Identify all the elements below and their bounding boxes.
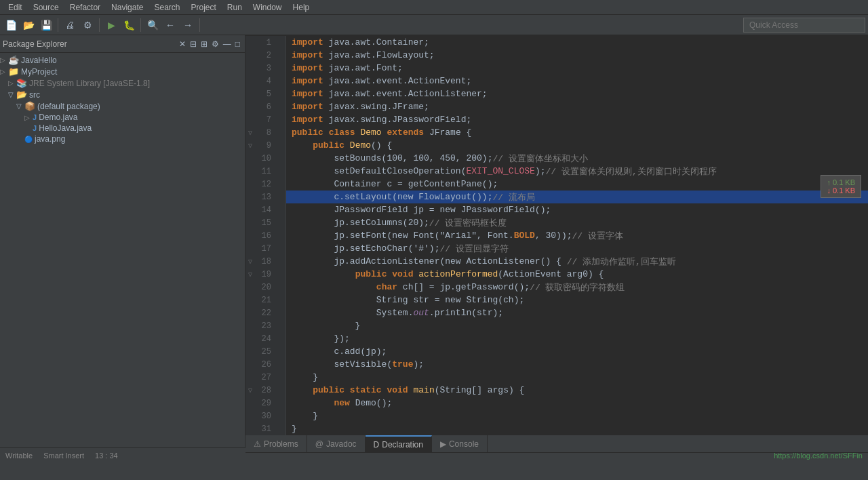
tree-icon-jre: 📚 [16,78,27,88]
editor-and-bottom: 1234567▽8▽91011121314151617▽18▽192021222… [245,36,868,453]
line-num-10: 10 [255,154,275,163]
code-line-12: Container c = getContentPane(); [286,178,868,191]
toolbar-back-btn[interactable]: ← [162,17,178,33]
tree-icon-javahello: ☕ [8,55,19,65]
fold-9[interactable]: ▽ [245,142,255,150]
code-line-18: jp.addActionListener(new ActionListener(… [286,255,868,268]
toolbar-debug-btn[interactable]: 🐛 [121,17,137,33]
pe-settings-btn[interactable]: ⚙ [210,39,221,49]
bottom-tab-javadoc-label: Javadoc [326,439,357,449]
line-num-16: 16 [255,231,275,241]
fold-8[interactable]: ▽ [245,129,255,137]
tree-item-default-pkg[interactable]: ▽ 📦 (default package) [0,100,245,112]
code-line-19: public void actionPerformed(ActionEvent … [286,268,868,281]
mem-up: ↑ 0.1 KB [827,178,855,186]
fold-19[interactable]: ▽ [245,271,255,279]
menu-edit[interactable]: Edit [3,1,28,14]
line-num-5: 5 [255,89,275,99]
toolbar-new-btn[interactable]: 📄 [3,17,19,33]
line-num-23: 23 [255,321,275,331]
menu-refactor[interactable]: Refactor [64,1,106,14]
line-num-2: 2 [255,51,275,60]
editor-area: J Demo.java ✕ J HelloJava.java ✕ 1234567… [245,35,868,447]
toolbar-print-btn[interactable]: 🖨 [62,17,78,33]
code-editor: 1234567▽8▽91011121314151617▽18▽192021222… [245,36,868,435]
menu-project[interactable]: Project [185,1,221,14]
bottom-tab-console-label: Console [449,439,479,449]
main-area: Package Explorer ✕ ⊟ ⊞ ⚙ — □ ▷ ☕ JavaHel… [0,35,868,447]
tree-item-demo-java[interactable]: ▷ J Demo.java [0,112,245,123]
menu-window[interactable]: Window [248,1,288,14]
code-line-31: } [286,422,868,435]
pe-expand-btn[interactable]: ⊞ [199,39,210,49]
tree-item-java-png[interactable]: 🔵 java.png [0,134,245,144]
line-num-30: 30 [255,412,275,421]
menu-bar: Edit Source Refactor Navigate Search Pro… [0,0,868,15]
tree-label-src: src [29,90,40,100]
tree-arrow-src: ▽ [8,91,16,98]
line-num-29: 29 [255,399,275,408]
line-num-24: 24 [255,334,275,344]
code-line-8: public class Demo extends JFrame { [286,126,868,139]
line-num-14: 14 [255,205,275,215]
bottom-tab-declaration[interactable]: D Declaration [366,435,432,453]
code-content[interactable]: import java.awt.Container;import java.aw… [286,36,868,435]
menu-navigate[interactable]: Navigate [106,1,149,14]
line-num-11: 11 [255,167,275,176]
line-num-26: 26 [255,360,275,369]
pe-close-btn[interactable]: ✕ [177,39,188,49]
fold-28[interactable]: ▽ [245,386,255,395]
toolbar-run-btn[interactable]: ▶ [103,17,119,33]
pe-max-btn[interactable]: □ [233,39,242,49]
bottom-tab-javadoc[interactable]: @ Javadoc [307,435,366,453]
line-number-column: 1234567▽8▽91011121314151617▽18▽192021222… [245,36,285,435]
code-line-24: }); [286,332,868,345]
code-line-30: } [286,409,868,422]
code-line-23: } [286,319,868,332]
menu-help[interactable]: Help [288,1,315,14]
code-line-16: jp.setFont(new Font("Arial", Font.BOLD, … [286,229,868,242]
code-line-26: setVisible(true); [286,358,868,371]
line-num-20: 20 [255,283,275,292]
code-line-11: setDefaultCloseOperation(EXIT_ON_CLOSE);… [286,165,868,178]
tree-item-src[interactable]: ▽ 📂 src [0,89,245,100]
tree-arrow-myproject: ▷ [0,68,8,75]
code-line-20: char ch[] = jp.getPassword();// 获取密码的字符数… [286,281,868,294]
tree-label-demo: Demo.java [39,113,77,122]
tree-item-hellojava[interactable]: J HelloJava.java [0,123,245,134]
toolbar-forward-btn[interactable]: → [180,17,196,33]
bottom-tab-bar: ⚠ Problems @ Javadoc D Declaration ▶ Con… [245,435,868,453]
status-writable: Writable [5,452,33,460]
code-line-15: jp.setColumns(20);// 设置密码框长度 [286,216,868,229]
pe-min-btn[interactable]: — [221,39,233,49]
code-line-9: public Demo() { [286,139,868,152]
line-num-19: 19 [255,270,275,279]
toolbar-open-btn[interactable]: 📂 [20,17,37,33]
toolbar-save-btn[interactable]: 💾 [38,17,54,33]
bottom-tab-problems[interactable]: ⚠ Problems [245,435,307,453]
tree-item-javahello[interactable]: ▷ ☕ JavaHello [0,54,245,66]
menu-run[interactable]: Run [222,1,248,14]
fold-18[interactable]: ▽ [245,258,255,266]
pe-tree: ▷ ☕ JavaHello ▷ 📁 MyProject ▷ 📚 JRE Syst… [0,53,245,447]
bottom-tab-javadoc-icon: @ [315,439,323,449]
line-num-4: 4 [255,77,275,86]
code-line-7: import javax.swing.JPasswordField; [286,113,868,126]
code-line-10: setBounds(100, 100, 450, 200);// 设置窗体坐标和… [286,152,868,165]
quick-access-input[interactable] [743,18,865,33]
code-line-3: import java.awt.Font; [286,62,868,75]
pe-header: Package Explorer ✕ ⊟ ⊞ ⚙ — □ [0,35,245,53]
line-num-9: 9 [255,141,275,151]
menu-source[interactable]: Source [28,1,64,14]
line-num-12: 12 [255,180,275,189]
pe-collapse-btn[interactable]: ⊟ [188,39,199,49]
tree-arrow-default-pkg: ▽ [16,102,24,110]
toolbar-props-btn[interactable]: ⚙ [79,17,96,33]
tree-item-jre[interactable]: ▷ 📚 JRE System Library [JavaSE-1.8] [0,77,245,89]
bottom-tab-console[interactable]: ▶ Console [432,435,488,453]
tree-item-myproject[interactable]: ▷ 📁 MyProject [0,66,245,77]
menu-search[interactable]: Search [149,1,185,14]
status-url: https://blog.csdn.net/SFFin [774,452,863,460]
toolbar-search-btn[interactable]: 🔍 [144,17,161,33]
memory-tooltip: ↑ 0.1 KB ↓ 0.1 KB [821,175,861,198]
